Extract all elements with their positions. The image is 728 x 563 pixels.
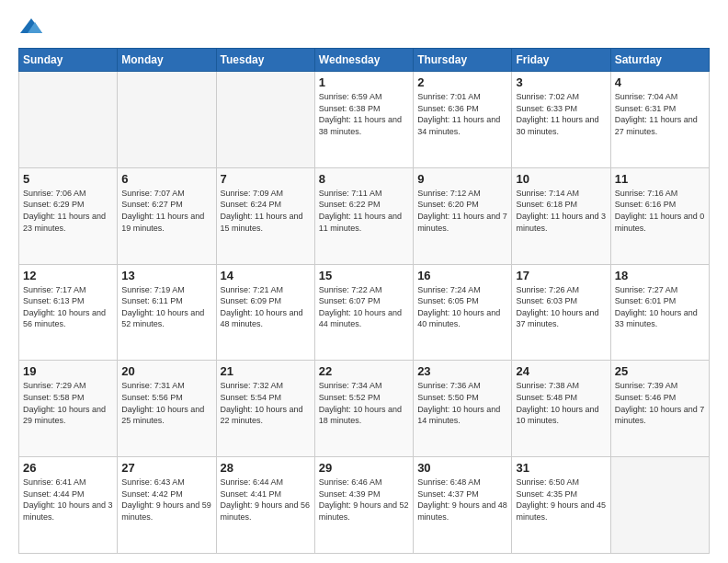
day-number: 3 [516,75,606,89]
day-info: Sunrise: 7:22 AMSunset: 6:07 PMDaylight:… [319,284,409,330]
day-cell [19,72,118,168]
day-info: Sunrise: 6:50 AMSunset: 4:35 PMDaylight:… [516,477,606,523]
weekday-header-thursday: Thursday [414,49,512,72]
day-number: 18 [615,269,705,282]
day-cell: 18Sunrise: 7:27 AMSunset: 6:01 PMDayligh… [610,264,709,361]
day-cell [118,72,216,168]
day-info: Sunrise: 6:44 AMSunset: 4:41 PMDaylight:… [221,477,311,523]
day-number: 7 [221,172,311,186]
logo-icon [18,15,44,40]
weekday-header-wednesday: Wednesday [314,49,413,72]
day-info: Sunrise: 7:27 AMSunset: 6:01 PMDaylight:… [615,284,705,330]
day-info: Sunrise: 6:43 AMSunset: 4:42 PMDaylight:… [121,477,211,523]
day-cell: 12Sunrise: 7:17 AMSunset: 6:13 PMDayligh… [19,264,118,361]
week-row-1: 5Sunrise: 7:06 AMSunset: 6:29 PMDaylight… [19,167,710,264]
day-number: 21 [221,364,311,378]
day-number: 11 [615,172,705,186]
day-number: 6 [121,172,211,186]
day-cell: 23Sunrise: 7:36 AMSunset: 5:50 PMDayligh… [414,361,512,457]
day-cell: 31Sunrise: 6:50 AMSunset: 4:35 PMDayligh… [512,457,610,554]
day-info: Sunrise: 7:02 AMSunset: 6:33 PMDaylight:… [516,91,606,137]
weekday-header-sunday: Sunday [19,49,118,72]
weekday-header-friday: Friday [512,49,610,72]
day-number: 17 [516,269,606,282]
header [18,15,710,40]
day-info: Sunrise: 7:36 AMSunset: 5:50 PMDaylight:… [417,380,507,426]
day-info: Sunrise: 7:21 AMSunset: 6:09 PMDaylight:… [221,284,311,330]
day-cell: 29Sunrise: 6:46 AMSunset: 4:39 PMDayligh… [314,457,413,554]
week-row-3: 19Sunrise: 7:29 AMSunset: 5:58 PMDayligh… [19,361,710,457]
day-number: 8 [319,172,409,186]
day-info: Sunrise: 7:34 AMSunset: 5:52 PMDaylight:… [319,380,409,426]
day-cell: 1Sunrise: 6:59 AMSunset: 6:38 PMDaylight… [314,72,413,168]
day-info: Sunrise: 7:14 AMSunset: 6:18 PMDaylight:… [516,188,606,234]
week-row-0: 1Sunrise: 6:59 AMSunset: 6:38 PMDaylight… [19,72,710,168]
day-number: 14 [221,269,311,282]
day-number: 30 [417,461,507,475]
day-number: 2 [417,75,507,89]
day-info: Sunrise: 7:01 AMSunset: 6:36 PMDaylight:… [417,91,507,137]
day-number: 29 [319,461,409,475]
day-info: Sunrise: 7:24 AMSunset: 6:05 PMDaylight:… [417,284,507,330]
page: SundayMondayTuesdayWednesdayThursdayFrid… [0,0,728,563]
day-cell: 30Sunrise: 6:48 AMSunset: 4:37 PMDayligh… [414,457,512,554]
day-info: Sunrise: 7:38 AMSunset: 5:48 PMDaylight:… [516,380,606,426]
calendar: SundayMondayTuesdayWednesdayThursdayFrid… [18,48,710,554]
day-number: 16 [417,269,507,282]
day-info: Sunrise: 6:46 AMSunset: 4:39 PMDaylight:… [319,477,409,523]
day-cell: 22Sunrise: 7:34 AMSunset: 5:52 PMDayligh… [314,361,413,457]
day-cell: 26Sunrise: 6:41 AMSunset: 4:44 PMDayligh… [19,457,118,554]
day-cell [216,72,314,168]
day-cell: 7Sunrise: 7:09 AMSunset: 6:24 PMDaylight… [216,167,314,264]
day-cell: 11Sunrise: 7:16 AMSunset: 6:16 PMDayligh… [610,167,709,264]
day-cell: 19Sunrise: 7:29 AMSunset: 5:58 PMDayligh… [19,361,118,457]
day-number: 31 [516,461,606,475]
day-cell: 9Sunrise: 7:12 AMSunset: 6:20 PMDaylight… [414,167,512,264]
day-cell: 5Sunrise: 7:06 AMSunset: 6:29 PMDaylight… [19,167,118,264]
day-cell: 13Sunrise: 7:19 AMSunset: 6:11 PMDayligh… [118,264,216,361]
day-info: Sunrise: 7:29 AMSunset: 5:58 PMDaylight:… [23,380,113,426]
day-cell: 24Sunrise: 7:38 AMSunset: 5:48 PMDayligh… [512,361,610,457]
day-info: Sunrise: 7:09 AMSunset: 6:24 PMDaylight:… [221,188,311,234]
day-info: Sunrise: 7:19 AMSunset: 6:11 PMDaylight:… [121,284,211,330]
day-cell: 2Sunrise: 7:01 AMSunset: 6:36 PMDaylight… [414,72,512,168]
day-cell: 25Sunrise: 7:39 AMSunset: 5:46 PMDayligh… [610,361,709,457]
day-cell: 10Sunrise: 7:14 AMSunset: 6:18 PMDayligh… [512,167,610,264]
day-info: Sunrise: 6:41 AMSunset: 4:44 PMDaylight:… [23,477,113,523]
day-info: Sunrise: 7:26 AMSunset: 6:03 PMDaylight:… [516,284,606,330]
day-number: 24 [516,364,606,378]
day-info: Sunrise: 7:07 AMSunset: 6:27 PMDaylight:… [121,188,211,234]
day-number: 9 [417,172,507,186]
day-cell: 16Sunrise: 7:24 AMSunset: 6:05 PMDayligh… [414,264,512,361]
day-cell: 17Sunrise: 7:26 AMSunset: 6:03 PMDayligh… [512,264,610,361]
day-info: Sunrise: 7:16 AMSunset: 6:16 PMDaylight:… [615,188,705,234]
day-cell: 28Sunrise: 6:44 AMSunset: 4:41 PMDayligh… [216,457,314,554]
day-info: Sunrise: 7:11 AMSunset: 6:22 PMDaylight:… [319,188,409,234]
weekday-header-saturday: Saturday [610,49,709,72]
weekday-header-row: SundayMondayTuesdayWednesdayThursdayFrid… [19,49,710,72]
day-number: 1 [319,75,409,89]
day-info: Sunrise: 7:32 AMSunset: 5:54 PMDaylight:… [221,380,311,426]
day-number: 26 [23,461,113,475]
day-cell: 20Sunrise: 7:31 AMSunset: 5:56 PMDayligh… [118,361,216,457]
day-number: 20 [121,364,211,378]
day-info: Sunrise: 7:39 AMSunset: 5:46 PMDaylight:… [615,380,705,426]
day-info: Sunrise: 7:17 AMSunset: 6:13 PMDaylight:… [23,284,113,330]
day-info: Sunrise: 7:04 AMSunset: 6:31 PMDaylight:… [615,91,705,137]
day-number: 15 [319,269,409,282]
weekday-header-tuesday: Tuesday [216,49,314,72]
day-number: 19 [23,364,113,378]
day-number: 13 [121,269,211,282]
day-number: 28 [221,461,311,475]
day-cell: 21Sunrise: 7:32 AMSunset: 5:54 PMDayligh… [216,361,314,457]
day-number: 22 [319,364,409,378]
day-number: 12 [23,269,113,282]
day-cell: 3Sunrise: 7:02 AMSunset: 6:33 PMDaylight… [512,72,610,168]
day-cell: 6Sunrise: 7:07 AMSunset: 6:27 PMDaylight… [118,167,216,264]
day-cell: 4Sunrise: 7:04 AMSunset: 6:31 PMDaylight… [610,72,709,168]
day-cell: 8Sunrise: 7:11 AMSunset: 6:22 PMDaylight… [314,167,413,264]
day-number: 23 [417,364,507,378]
day-number: 5 [23,172,113,186]
day-info: Sunrise: 6:48 AMSunset: 4:37 PMDaylight:… [417,477,507,523]
day-info: Sunrise: 6:59 AMSunset: 6:38 PMDaylight:… [319,91,409,137]
